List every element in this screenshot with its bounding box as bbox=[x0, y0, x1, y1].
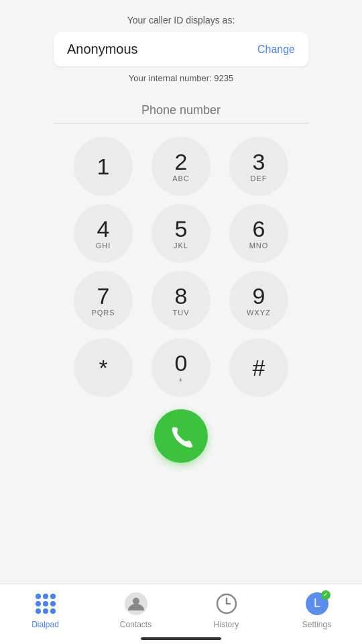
dial-btn-7[interactable]: 7PQRS bbox=[74, 271, 133, 330]
nav-item-contacts[interactable]: Contacts bbox=[90, 590, 181, 629]
dialpad-grid: 12ABC3DEF4GHI5JKL6MNO7PQRS8TUV9WXYZ*0+# bbox=[74, 137, 288, 397]
internal-number: Your internal number: 9235 bbox=[129, 73, 233, 83]
history-nav-icon bbox=[213, 590, 240, 617]
dial-btn-9[interactable]: 9WXYZ bbox=[229, 271, 288, 330]
dial-btn-*[interactable]: * bbox=[74, 338, 133, 397]
dial-btn-0[interactable]: 0+ bbox=[152, 338, 210, 397]
dial-btn-3[interactable]: 3DEF bbox=[229, 137, 288, 196]
caller-id-name: Anonymous bbox=[67, 42, 138, 57]
nav-item-settings[interactable]: L ✓ Settings bbox=[272, 590, 362, 629]
bottom-nav: Dialpad Contacts History bbox=[0, 584, 362, 644]
dial-sub-0: + bbox=[178, 376, 183, 384]
dial-sub-9: WXYZ bbox=[247, 309, 271, 317]
call-button-container bbox=[154, 409, 208, 463]
dial-main-6: 6 bbox=[253, 217, 265, 240]
history-nav-label: History bbox=[214, 620, 239, 629]
dial-sub-3: DEF bbox=[251, 174, 267, 182]
phone-input-container bbox=[54, 103, 308, 123]
dial-sub-2: ABC bbox=[172, 174, 190, 182]
dial-sub-8: TUV bbox=[173, 309, 190, 317]
settings-nav-icon: L ✓ bbox=[304, 590, 330, 617]
settings-nav-label: Settings bbox=[302, 620, 331, 629]
dial-main-1: 1 bbox=[97, 155, 110, 178]
dialpad-row-1: 4GHI5JKL6MNO bbox=[74, 204, 288, 263]
dial-sub-5: JKL bbox=[174, 241, 188, 250]
call-button[interactable] bbox=[154, 409, 208, 463]
dialpad-nav-label: Dialpad bbox=[32, 620, 59, 629]
dial-btn-4[interactable]: 4GHI bbox=[74, 204, 133, 263]
nav-item-history[interactable]: History bbox=[181, 590, 272, 629]
main-container: Your caller ID displays as: Anonymous Ch… bbox=[0, 0, 362, 644]
home-indicator bbox=[141, 637, 221, 640]
dial-btn-#[interactable]: # bbox=[229, 338, 288, 397]
dial-sub-4: GHI bbox=[96, 241, 111, 250]
dial-main-8: 8 bbox=[175, 284, 188, 307]
dial-main-0: 0 bbox=[175, 352, 188, 374]
dial-btn-5[interactable]: 5JKL bbox=[152, 204, 210, 263]
dial-main-9: 9 bbox=[253, 284, 265, 307]
dial-main-3: 3 bbox=[253, 150, 265, 173]
svg-point-1 bbox=[133, 598, 139, 604]
dial-main-7: 7 bbox=[97, 284, 110, 307]
change-button[interactable]: Change bbox=[257, 44, 295, 56]
dialpad-row-0: 12ABC3DEF bbox=[74, 137, 288, 196]
nav-item-dialpad[interactable]: Dialpad bbox=[0, 590, 90, 629]
dial-sub-6: MNO bbox=[249, 241, 269, 250]
dial-main-2: 2 bbox=[175, 150, 188, 173]
caller-id-label: Your caller ID displays as: bbox=[127, 15, 235, 25]
caller-id-box: Anonymous Change bbox=[54, 32, 308, 66]
dial-btn-8[interactable]: 8TUV bbox=[152, 271, 210, 330]
contacts-nav-icon bbox=[123, 590, 149, 617]
dial-sub-7: PQRS bbox=[91, 309, 115, 317]
dialpad-row-2: 7PQRS8TUV9WXYZ bbox=[74, 271, 288, 330]
phone-input[interactable] bbox=[54, 103, 308, 117]
dial-main-*: * bbox=[99, 356, 107, 379]
dialpad-nav-icon bbox=[32, 590, 59, 617]
caller-id-section: Your caller ID displays as: Anonymous Ch… bbox=[0, 0, 362, 83]
contacts-nav-label: Contacts bbox=[120, 620, 152, 629]
dial-main-4: 4 bbox=[97, 217, 110, 240]
dial-btn-1[interactable]: 1 bbox=[74, 137, 133, 196]
dialpad-row-3: *0+# bbox=[74, 338, 288, 397]
dial-main-5: 5 bbox=[175, 217, 188, 240]
dial-main-#: # bbox=[253, 356, 265, 379]
dial-btn-2[interactable]: 2ABC bbox=[152, 137, 210, 196]
svg-text:L: L bbox=[313, 596, 320, 610]
dial-btn-6[interactable]: 6MNO bbox=[229, 204, 288, 263]
